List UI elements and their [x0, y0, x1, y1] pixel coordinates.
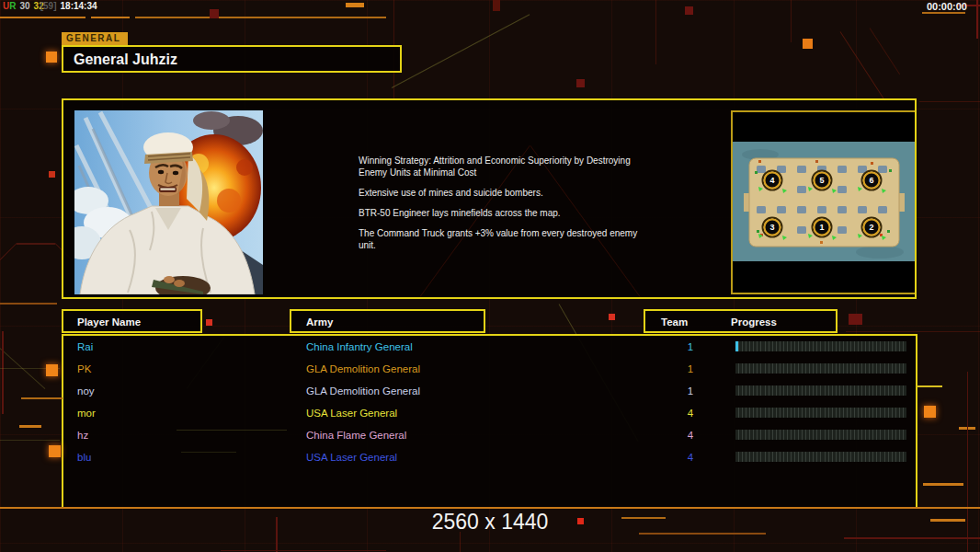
circuit-accent [924, 406, 936, 418]
player-name: mor [77, 408, 96, 420]
circuit-accent [0, 303, 57, 305]
bottom-divider-line [0, 507, 980, 509]
circuit-accent [210, 9, 219, 18]
load-progress-bar [735, 452, 906, 462]
column-header-team-progress: Team Progress [644, 309, 838, 333]
svg-text:3: 3 [769, 223, 774, 232]
player-name: Rai [77, 341, 93, 353]
circuit-accent [206, 319, 212, 326]
strategy-line: Winning Strategy: Attrition and Economic… [359, 155, 653, 178]
player-name: PK [77, 363, 91, 375]
player-army: GLA Demolition General [306, 385, 420, 397]
circuit-accent [91, 17, 130, 18]
player-army: China Flame General [306, 430, 406, 442]
circuit-accent [460, 532, 461, 552]
match-timer: 00:00:00 [927, 1, 967, 12]
strategy-line: BTR-50 Engineer lays minefields across t… [359, 207, 653, 219]
circuit-accent [46, 364, 58, 376]
player-name: blu [77, 452, 91, 464]
resolution-label: 2560 x 1440 [0, 510, 980, 535]
player-team: 4 [672, 430, 709, 442]
circuit-accent [135, 17, 386, 18]
circuit-accent [576, 79, 585, 87]
circuit-accent [976, 0, 978, 39]
circuit-accent [46, 52, 57, 63]
player-row: RaiChina Infantry General1 [63, 338, 916, 360]
player-team: 1 [672, 363, 709, 375]
fps-overlay: UR3032[59]18:14:34 [3, 1, 101, 11]
column-header-player: Player Name [62, 309, 202, 333]
circuit-accent [346, 3, 364, 7]
load-progress-bar [735, 430, 906, 440]
circuit-accent [493, 0, 500, 11]
svg-text:1: 1 [819, 223, 824, 232]
circuit-accent [846, 331, 980, 332]
player-row: morUSA Laser General4 [63, 404, 916, 426]
player-list: RaiChina Infantry General1PKGLA Demoliti… [62, 334, 917, 509]
army-header-label: Army [306, 316, 333, 328]
player-team: 1 [672, 341, 709, 353]
circuit-accent [917, 385, 942, 387]
player-row: noyGLA Demolition General1 [63, 382, 916, 404]
player-row: PKGLA Demolition General1 [63, 360, 916, 382]
player-row: bluUSA Laser General4 [63, 448, 916, 470]
overlay-clock: 18:14:34 [61, 1, 97, 11]
general-info-panel: Winning Strategy: Attrition and Economic… [62, 98, 917, 299]
general-name: General Juhziz [74, 52, 177, 68]
circuit-accent [0, 440, 60, 441]
load-progress-bar [735, 385, 906, 396]
player-army: GLA Demolition General [306, 363, 420, 375]
loading-screen: UR3032[59]18:14:34 00:00:00 GENERAL Gene… [0, 0, 980, 552]
player-team: 4 [672, 452, 709, 464]
player-team: 1 [672, 385, 709, 397]
circuit-accent [923, 483, 963, 486]
svg-text:5: 5 [819, 176, 824, 185]
strategy-text: Winning Strategy: Attrition and Economic… [359, 155, 653, 259]
fps-overlay-r: R [9, 1, 16, 11]
circuit-accent [849, 314, 862, 325]
player-row: hzChina Flame General4 [63, 426, 916, 448]
circuit-accent [2, 331, 4, 414]
player-army: USA Laser General [306, 452, 397, 464]
circuit-accent [17, 243, 55, 245]
general-name-box: General Juhziz [62, 45, 402, 73]
svg-text:4: 4 [769, 176, 774, 185]
general-tab: GENERAL [62, 32, 128, 45]
circuit-accent [49, 171, 55, 178]
circuit-accent [922, 12, 965, 14]
player-name: noy [77, 385, 95, 397]
general-portrait [74, 109, 264, 295]
player-name: hz [77, 430, 88, 442]
team-header-label: Team [661, 316, 688, 328]
circuit-accent [221, 550, 386, 551]
circuit-accent [919, 101, 980, 102]
circuit-accent [685, 6, 693, 15]
load-progress-bar [735, 341, 906, 351]
circuit-accent [791, 0, 792, 42]
player-team: 4 [672, 408, 709, 420]
load-progress-bar [735, 363, 906, 374]
svg-text:6: 6 [869, 176, 873, 185]
circuit-accent [19, 425, 41, 428]
strategy-line: Extensive use of mines and suicide bombe… [359, 187, 653, 199]
fps-value-a: 30 [19, 1, 29, 11]
progress-header-label: Progress [731, 316, 777, 328]
player-army: USA Laser General [306, 408, 397, 420]
strategy-line: The Command Truck grants +3% value from … [359, 227, 653, 251]
circuit-accent [609, 314, 615, 320]
map-preview-box: 456312 [731, 110, 917, 294]
load-progress-bar [735, 408, 906, 418]
map-thumbnail: 456312 [733, 142, 916, 261]
player-name-header-label: Player Name [77, 316, 141, 328]
fps-value-c: [59] [40, 1, 57, 11]
circuit-accent [803, 39, 813, 49]
circuit-accent [655, 0, 656, 64]
circuit-accent [21, 397, 63, 399]
column-header-army: Army [290, 309, 485, 333]
player-army: China Infantry General [306, 341, 413, 353]
svg-text:2: 2 [869, 223, 873, 232]
circuit-accent [844, 537, 980, 539]
circuit-accent [0, 17, 85, 18]
circuit-accent [49, 445, 61, 457]
